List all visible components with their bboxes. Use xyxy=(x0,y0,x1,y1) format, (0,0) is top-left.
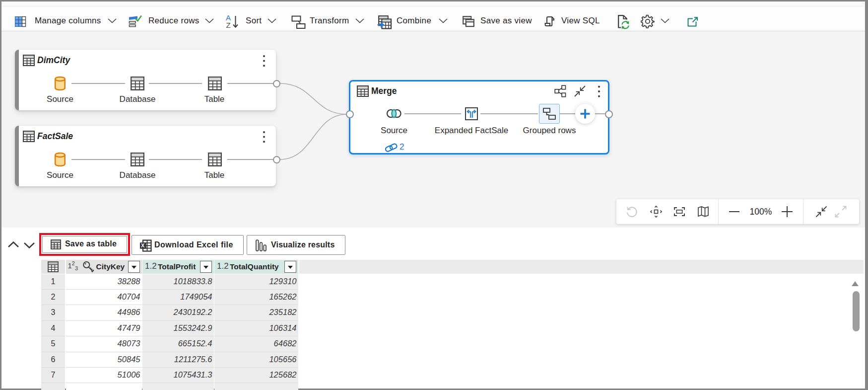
svg-text:X: X xyxy=(141,242,145,248)
svg-text:Z: Z xyxy=(226,21,231,29)
